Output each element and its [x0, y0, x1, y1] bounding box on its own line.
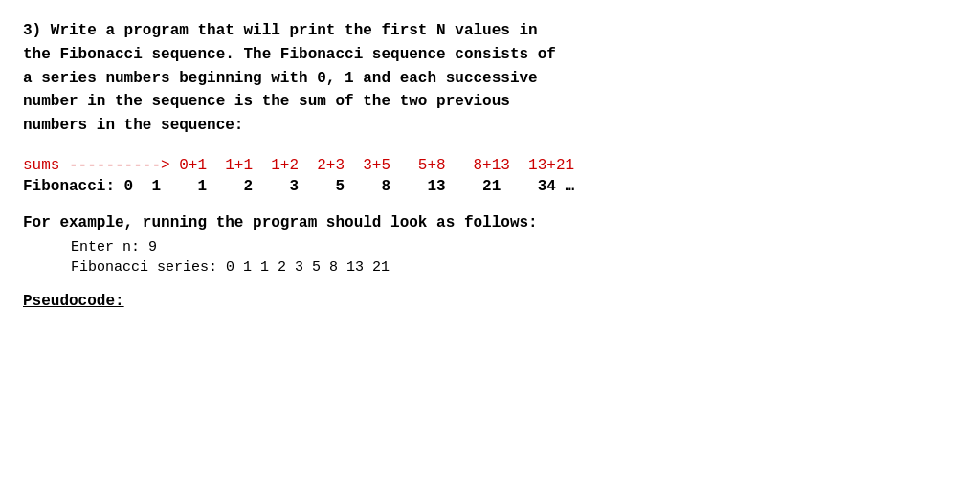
sums-row: sums ----------> 0+1 1+1 1+2 2+3 3+5 5+8…	[23, 157, 957, 174]
fibonacci-row: Fibonacci: 0 1 1 2 3 5 8 13 21 34 …	[23, 178, 957, 195]
main-content: 3) Write a program that will print the f…	[23, 19, 957, 310]
desc-line1: 3) Write a program that will print the f…	[23, 19, 957, 43]
problem-description: 3) Write a program that will print the f…	[23, 19, 957, 138]
example-output: Fibonacci series: 0 1 1 2 3 5 8 13 21	[23, 259, 957, 275]
desc-line3: a series numbers beginning with 0, 1 and…	[23, 67, 957, 91]
pseudocode-section: Pseudocode:	[23, 293, 957, 310]
desc-line4: number in the sequence is the sum of the…	[23, 90, 957, 114]
desc-line2: the Fibonacci sequence. The Fibonacci se…	[23, 43, 957, 67]
example-heading: For example, running the program should …	[23, 214, 957, 231]
example-enter: Enter n: 9	[23, 239, 957, 255]
pseudocode-label: Pseudocode:	[23, 293, 124, 310]
desc-line5: numbers in the sequence:	[23, 114, 957, 138]
